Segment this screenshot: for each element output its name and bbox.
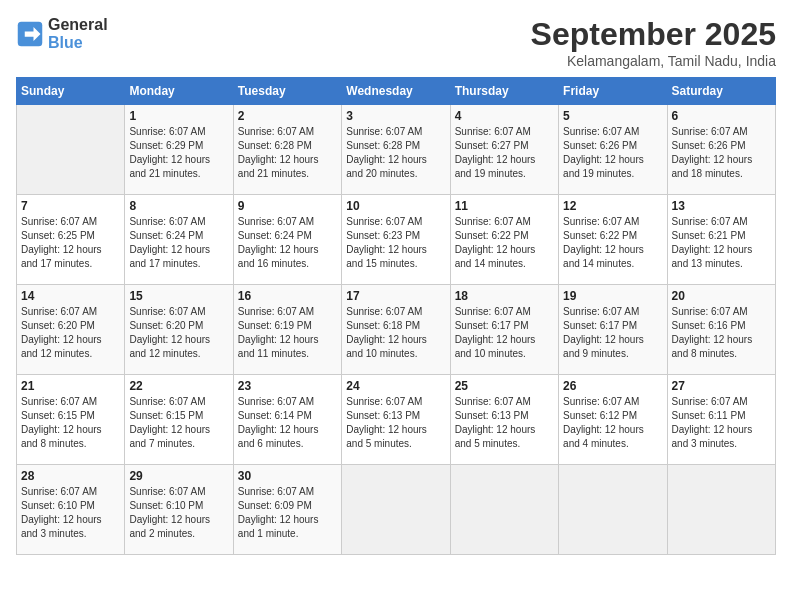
calendar-cell: 3Sunrise: 6:07 AM Sunset: 6:28 PM Daylig… (342, 105, 450, 195)
calendar-cell: 25Sunrise: 6:07 AM Sunset: 6:13 PM Dayli… (450, 375, 558, 465)
calendar-cell: 8Sunrise: 6:07 AM Sunset: 6:24 PM Daylig… (125, 195, 233, 285)
day-number: 8 (129, 199, 228, 213)
page-header: General Blue September 2025 Kelamangalam… (16, 16, 776, 69)
day-info: Sunrise: 6:07 AM Sunset: 6:12 PM Dayligh… (563, 395, 662, 451)
header-sunday: Sunday (17, 78, 125, 105)
location: Kelamangalam, Tamil Nadu, India (531, 53, 776, 69)
calendar-cell: 18Sunrise: 6:07 AM Sunset: 6:17 PM Dayli… (450, 285, 558, 375)
day-info: Sunrise: 6:07 AM Sunset: 6:11 PM Dayligh… (672, 395, 771, 451)
day-info: Sunrise: 6:07 AM Sunset: 6:16 PM Dayligh… (672, 305, 771, 361)
day-number: 17 (346, 289, 445, 303)
calendar-cell (450, 465, 558, 555)
day-info: Sunrise: 6:07 AM Sunset: 6:19 PM Dayligh… (238, 305, 337, 361)
day-info: Sunrise: 6:07 AM Sunset: 6:22 PM Dayligh… (563, 215, 662, 271)
day-number: 21 (21, 379, 120, 393)
header-row: SundayMondayTuesdayWednesdayThursdayFrid… (17, 78, 776, 105)
day-info: Sunrise: 6:07 AM Sunset: 6:14 PM Dayligh… (238, 395, 337, 451)
day-info: Sunrise: 6:07 AM Sunset: 6:28 PM Dayligh… (238, 125, 337, 181)
calendar-cell: 28Sunrise: 6:07 AM Sunset: 6:10 PM Dayli… (17, 465, 125, 555)
day-number: 11 (455, 199, 554, 213)
day-number: 24 (346, 379, 445, 393)
calendar-week-2: 7Sunrise: 6:07 AM Sunset: 6:25 PM Daylig… (17, 195, 776, 285)
day-number: 1 (129, 109, 228, 123)
day-info: Sunrise: 6:07 AM Sunset: 6:23 PM Dayligh… (346, 215, 445, 271)
calendar-cell: 20Sunrise: 6:07 AM Sunset: 6:16 PM Dayli… (667, 285, 775, 375)
day-info: Sunrise: 6:07 AM Sunset: 6:17 PM Dayligh… (455, 305, 554, 361)
calendar-cell: 6Sunrise: 6:07 AM Sunset: 6:26 PM Daylig… (667, 105, 775, 195)
day-number: 14 (21, 289, 120, 303)
day-number: 7 (21, 199, 120, 213)
calendar-cell (667, 465, 775, 555)
calendar-week-1: 1Sunrise: 6:07 AM Sunset: 6:29 PM Daylig… (17, 105, 776, 195)
day-info: Sunrise: 6:07 AM Sunset: 6:13 PM Dayligh… (346, 395, 445, 451)
day-number: 19 (563, 289, 662, 303)
calendar-cell (559, 465, 667, 555)
calendar-cell: 21Sunrise: 6:07 AM Sunset: 6:15 PM Dayli… (17, 375, 125, 465)
day-number: 18 (455, 289, 554, 303)
day-info: Sunrise: 6:07 AM Sunset: 6:10 PM Dayligh… (21, 485, 120, 541)
day-number: 23 (238, 379, 337, 393)
day-number: 20 (672, 289, 771, 303)
logo: General Blue (16, 16, 108, 51)
day-info: Sunrise: 6:07 AM Sunset: 6:20 PM Dayligh… (21, 305, 120, 361)
day-number: 9 (238, 199, 337, 213)
day-info: Sunrise: 6:07 AM Sunset: 6:27 PM Dayligh… (455, 125, 554, 181)
day-info: Sunrise: 6:07 AM Sunset: 6:25 PM Dayligh… (21, 215, 120, 271)
logo-icon (16, 20, 44, 48)
calendar-cell: 11Sunrise: 6:07 AM Sunset: 6:22 PM Dayli… (450, 195, 558, 285)
day-number: 4 (455, 109, 554, 123)
day-info: Sunrise: 6:07 AM Sunset: 6:13 PM Dayligh… (455, 395, 554, 451)
day-info: Sunrise: 6:07 AM Sunset: 6:24 PM Dayligh… (238, 215, 337, 271)
calendar-cell: 19Sunrise: 6:07 AM Sunset: 6:17 PM Dayli… (559, 285, 667, 375)
day-info: Sunrise: 6:07 AM Sunset: 6:29 PM Dayligh… (129, 125, 228, 181)
calendar-cell: 1Sunrise: 6:07 AM Sunset: 6:29 PM Daylig… (125, 105, 233, 195)
calendar-week-3: 14Sunrise: 6:07 AM Sunset: 6:20 PM Dayli… (17, 285, 776, 375)
month-title: September 2025 (531, 16, 776, 53)
calendar-cell: 9Sunrise: 6:07 AM Sunset: 6:24 PM Daylig… (233, 195, 341, 285)
day-info: Sunrise: 6:07 AM Sunset: 6:26 PM Dayligh… (563, 125, 662, 181)
calendar-cell: 30Sunrise: 6:07 AM Sunset: 6:09 PM Dayli… (233, 465, 341, 555)
header-wednesday: Wednesday (342, 78, 450, 105)
day-number: 12 (563, 199, 662, 213)
header-saturday: Saturday (667, 78, 775, 105)
calendar-cell: 15Sunrise: 6:07 AM Sunset: 6:20 PM Dayli… (125, 285, 233, 375)
day-number: 10 (346, 199, 445, 213)
calendar-cell (342, 465, 450, 555)
calendar-week-5: 28Sunrise: 6:07 AM Sunset: 6:10 PM Dayli… (17, 465, 776, 555)
day-number: 5 (563, 109, 662, 123)
calendar-cell: 24Sunrise: 6:07 AM Sunset: 6:13 PM Dayli… (342, 375, 450, 465)
day-number: 28 (21, 469, 120, 483)
calendar-cell: 10Sunrise: 6:07 AM Sunset: 6:23 PM Dayli… (342, 195, 450, 285)
day-info: Sunrise: 6:07 AM Sunset: 6:24 PM Dayligh… (129, 215, 228, 271)
header-thursday: Thursday (450, 78, 558, 105)
calendar-cell: 26Sunrise: 6:07 AM Sunset: 6:12 PM Dayli… (559, 375, 667, 465)
day-info: Sunrise: 6:07 AM Sunset: 6:09 PM Dayligh… (238, 485, 337, 541)
day-number: 25 (455, 379, 554, 393)
day-info: Sunrise: 6:07 AM Sunset: 6:18 PM Dayligh… (346, 305, 445, 361)
calendar-cell: 16Sunrise: 6:07 AM Sunset: 6:19 PM Dayli… (233, 285, 341, 375)
day-number: 3 (346, 109, 445, 123)
calendar-cell: 7Sunrise: 6:07 AM Sunset: 6:25 PM Daylig… (17, 195, 125, 285)
day-info: Sunrise: 6:07 AM Sunset: 6:28 PM Dayligh… (346, 125, 445, 181)
day-number: 2 (238, 109, 337, 123)
calendar-cell: 12Sunrise: 6:07 AM Sunset: 6:22 PM Dayli… (559, 195, 667, 285)
calendar-cell: 13Sunrise: 6:07 AM Sunset: 6:21 PM Dayli… (667, 195, 775, 285)
day-info: Sunrise: 6:07 AM Sunset: 6:10 PM Dayligh… (129, 485, 228, 541)
calendar-cell: 23Sunrise: 6:07 AM Sunset: 6:14 PM Dayli… (233, 375, 341, 465)
header-friday: Friday (559, 78, 667, 105)
calendar-table: SundayMondayTuesdayWednesdayThursdayFrid… (16, 77, 776, 555)
day-number: 6 (672, 109, 771, 123)
day-info: Sunrise: 6:07 AM Sunset: 6:17 PM Dayligh… (563, 305, 662, 361)
calendar-cell: 27Sunrise: 6:07 AM Sunset: 6:11 PM Dayli… (667, 375, 775, 465)
header-monday: Monday (125, 78, 233, 105)
day-number: 26 (563, 379, 662, 393)
day-info: Sunrise: 6:07 AM Sunset: 6:26 PM Dayligh… (672, 125, 771, 181)
calendar-cell: 17Sunrise: 6:07 AM Sunset: 6:18 PM Dayli… (342, 285, 450, 375)
calendar-cell: 5Sunrise: 6:07 AM Sunset: 6:26 PM Daylig… (559, 105, 667, 195)
day-number: 15 (129, 289, 228, 303)
day-number: 30 (238, 469, 337, 483)
calendar-cell: 2Sunrise: 6:07 AM Sunset: 6:28 PM Daylig… (233, 105, 341, 195)
title-block: September 2025 Kelamangalam, Tamil Nadu,… (531, 16, 776, 69)
calendar-cell: 14Sunrise: 6:07 AM Sunset: 6:20 PM Dayli… (17, 285, 125, 375)
calendar-week-4: 21Sunrise: 6:07 AM Sunset: 6:15 PM Dayli… (17, 375, 776, 465)
